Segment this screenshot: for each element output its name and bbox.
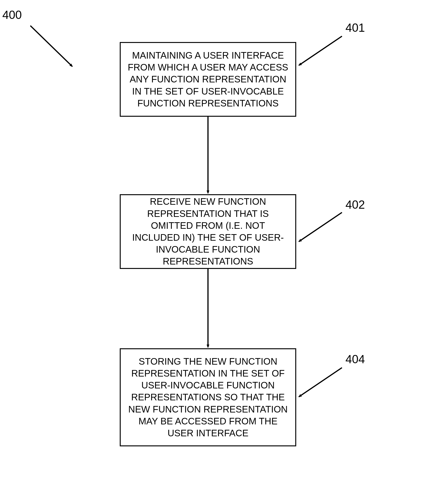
flowchart-step-1: MAINTAINING A USER INTERFACE FROM WHICH … <box>120 42 296 117</box>
flowchart-step-2-label: 402 <box>345 198 365 212</box>
flowchart-step-3: STORING THE NEW FUNCTION REPRESENTATION … <box>120 348 296 446</box>
flowchart-step-1-label-text: 401 <box>345 21 365 34</box>
flowchart-step-2-text: RECEIVE NEW FUNCTION REPRESENTATION THAT… <box>126 196 290 267</box>
diagram-reference-label: 400 <box>2 8 22 22</box>
arrow-label-402 <box>299 213 342 242</box>
diagram-reference-text: 400 <box>2 8 22 21</box>
flowchart-step-2-label-text: 402 <box>345 198 365 211</box>
arrow-label-404 <box>299 368 342 397</box>
flowchart-step-3-label: 404 <box>345 353 365 366</box>
flowchart-step-3-text: STORING THE NEW FUNCTION REPRESENTATION … <box>126 356 290 439</box>
flowchart-canvas: 400 MAINTAINING A USER INTERFACE FROM WH… <box>0 0 447 504</box>
arrow-label-401 <box>299 36 342 65</box>
flowchart-step-3-label-text: 404 <box>345 353 365 366</box>
flowchart-step-2: RECEIVE NEW FUNCTION REPRESENTATION THAT… <box>120 194 296 269</box>
flowchart-step-1-label: 401 <box>345 21 365 35</box>
flowchart-step-1-text: MAINTAINING A USER INTERFACE FROM WHICH … <box>126 50 290 109</box>
arrow-diagram-pointer <box>30 26 72 67</box>
